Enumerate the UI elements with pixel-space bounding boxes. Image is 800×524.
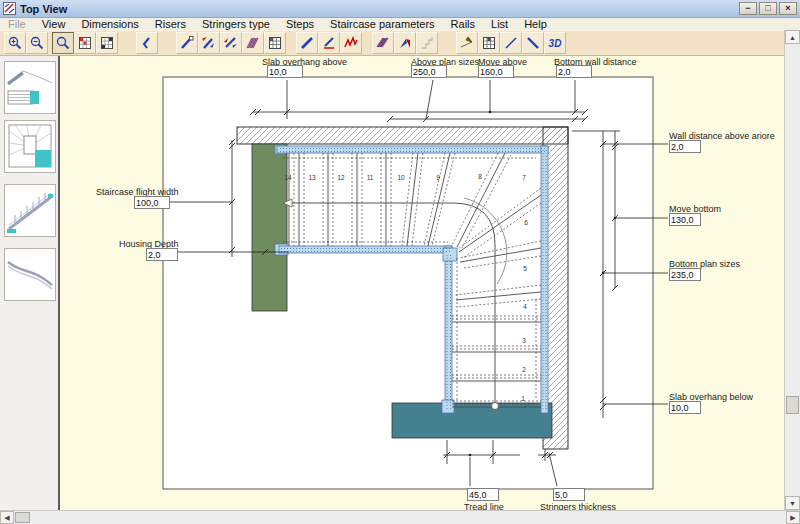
svg-text:4: 4	[523, 303, 527, 310]
move-above-input[interactable]	[478, 65, 514, 78]
svg-text:7: 7	[522, 174, 526, 181]
zoom-out-button[interactable]	[26, 32, 48, 54]
stringer-line-red-icon	[321, 35, 337, 51]
scroll-down-button[interactable]: ▼	[785, 496, 800, 510]
zoom-out-icon	[29, 35, 45, 51]
table-red-icon	[77, 35, 93, 51]
railing-zigzag-button[interactable]	[340, 32, 362, 54]
menu-bar: File View Dimensions Risers Stringers ty…	[0, 18, 800, 30]
staircase-flight-width-input[interactable]	[134, 196, 170, 209]
arrows-red-blue-button[interactable]	[394, 32, 416, 54]
view-thumbnails-sidebar	[0, 56, 60, 510]
title-bar: Top View − □ ×	[0, 0, 800, 18]
maximize-button[interactable]: □	[759, 2, 777, 15]
menu-steps[interactable]: Steps	[278, 18, 322, 30]
stairs-gray-icon	[419, 35, 435, 51]
plan-view-icon	[5, 121, 55, 172]
stringer-profile-icon	[5, 249, 55, 300]
line-backslash-button[interactable]	[522, 32, 544, 54]
minimize-button[interactable]: −	[739, 2, 757, 15]
horizontal-scroll-thumb[interactable]	[15, 512, 30, 523]
menu-rails[interactable]: Rails	[443, 18, 483, 30]
line-backslash-icon	[525, 35, 541, 51]
line-slash-icon	[503, 35, 519, 51]
menu-list[interactable]: List	[483, 18, 516, 30]
stairs-arrows-up-button[interactable]	[198, 32, 220, 54]
vertical-scroll-thumb[interactable]	[786, 396, 799, 414]
vertical-scrollbar[interactable]: ▲ ▼	[784, 30, 800, 510]
hatched-panel-icon	[375, 35, 391, 51]
application-window: Top View − □ × File View Dimensions Rise…	[0, 0, 800, 524]
svg-text:14: 14	[284, 174, 292, 181]
menu-file[interactable]: File	[0, 18, 34, 30]
zoom-select-button[interactable]	[52, 32, 74, 54]
menu-staircase-parameters[interactable]: Staircase parameters	[322, 18, 443, 30]
magnifier-icon	[55, 35, 71, 51]
upper-landing-green	[252, 144, 287, 311]
menu-stringers-type[interactable]: Stringers type	[194, 18, 278, 30]
stringers-thickness-input[interactable]	[553, 488, 585, 501]
thumbnail-railing-3d-view[interactable]	[4, 184, 56, 237]
stairs-draw-icon	[179, 35, 195, 51]
stairs-hatched-button[interactable]	[242, 32, 264, 54]
menu-dimensions[interactable]: Dimensions	[73, 18, 146, 30]
svg-text:9: 9	[436, 174, 440, 181]
menu-view[interactable]: View	[34, 18, 74, 30]
lower-landing-teal	[392, 403, 552, 438]
close-button[interactable]: ×	[779, 2, 797, 15]
bottom-wall-distance-input[interactable]	[556, 65, 592, 78]
stairs-disabled-button	[416, 32, 438, 54]
workspace: 14 13 12 11 10 9 8 7 6 5 4 3 2 1 Slab ov	[0, 56, 800, 510]
app-icon	[3, 2, 16, 15]
bottom-plan-sizes-input[interactable]	[669, 268, 701, 281]
horizontal-scrollbar[interactable]: ◀ ▶	[0, 510, 800, 524]
view-3d-button[interactable]: 3D	[544, 32, 566, 54]
scroll-right-button[interactable]: ▶	[786, 511, 800, 524]
menu-help[interactable]: Help	[516, 18, 555, 30]
stairs-arrows-up-icon	[201, 35, 217, 51]
housing-depth-input[interactable]	[146, 248, 178, 261]
thumbnail-plan-view[interactable]	[4, 120, 56, 173]
scroll-left-button[interactable]: ◀	[0, 511, 14, 524]
stringer-line-red-button[interactable]	[318, 32, 340, 54]
thumbnail-elevation-view[interactable]	[4, 61, 56, 114]
svg-text:10: 10	[397, 174, 405, 181]
thumbnail-stringer-profile-view[interactable]	[4, 248, 56, 301]
hatched-panel-button[interactable]	[372, 32, 394, 54]
zoom-in-icon	[7, 35, 23, 51]
stairs-arrows-down-button[interactable]	[220, 32, 242, 54]
drawing-canvas[interactable]: 14 13 12 11 10 9 8 7 6 5 4 3 2 1 Slab ov	[62, 56, 784, 510]
tread-line-input[interactable]	[467, 488, 499, 501]
move-bottom-input[interactable]	[669, 213, 701, 226]
view-3d-label: 3D	[549, 38, 562, 49]
arrow-pointer-button[interactable]	[456, 32, 478, 54]
window-title: Top View	[20, 3, 67, 15]
stairs-table-button[interactable]	[264, 32, 286, 54]
slab-overhang-above-input[interactable]	[267, 65, 303, 78]
scroll-up-button[interactable]: ▲	[785, 30, 800, 44]
table-2-button[interactable]	[478, 32, 500, 54]
table-2-icon	[481, 35, 497, 51]
svg-text:3: 3	[522, 337, 526, 344]
arrows-red-blue-icon	[397, 35, 413, 51]
svg-text:2: 2	[522, 366, 526, 373]
svg-text:1: 1	[521, 395, 525, 402]
stringer-line-button[interactable]	[296, 32, 318, 54]
line-slash-button[interactable]	[500, 32, 522, 54]
menu-risers[interactable]: Risers	[147, 18, 194, 30]
section-line-icon	[139, 35, 155, 51]
zoom-in-button[interactable]	[4, 32, 26, 54]
slab-overhang-below-input[interactable]	[669, 401, 701, 414]
toolbar: 3D	[0, 30, 800, 56]
table-blue-button[interactable]	[96, 32, 118, 54]
staircase-plan-drawing: 14 13 12 11 10 9 8 7 6 5 4 3 2 1	[62, 56, 784, 510]
section-line-button[interactable]	[136, 32, 158, 54]
elevation-view-icon	[5, 62, 55, 113]
table-red-button[interactable]	[74, 32, 96, 54]
above-plan-sizes-input[interactable]	[411, 65, 447, 78]
wall-distance-above-input[interactable]	[669, 140, 701, 153]
table-blue-icon	[99, 35, 115, 51]
svg-text:8: 8	[478, 173, 482, 180]
stairs-draw-button[interactable]	[176, 32, 198, 54]
svg-text:12: 12	[337, 174, 345, 181]
